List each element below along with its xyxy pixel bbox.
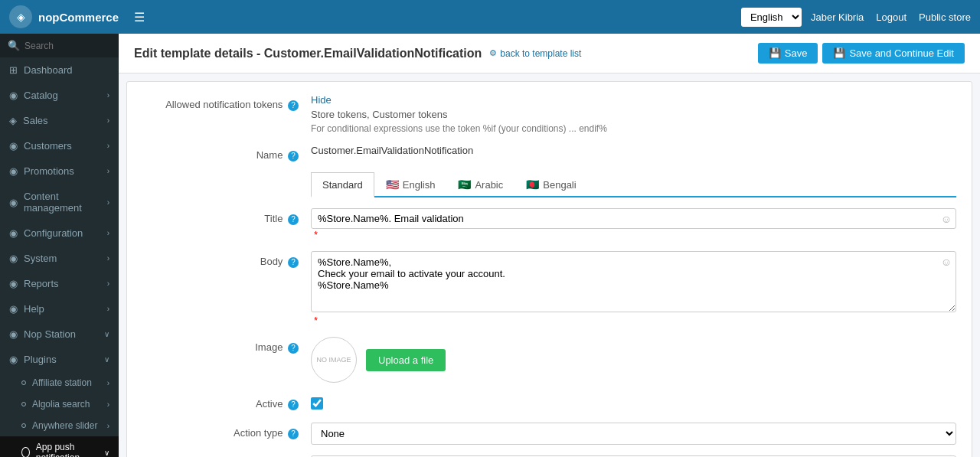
action-buttons: 💾 Save 💾 Save and Continue Edit <box>758 43 965 64</box>
sidebar-item-content-management[interactable]: ◉ Content management › <box>0 184 119 220</box>
allowed-tokens-label: Allowed notification tokens ? <box>142 94 311 111</box>
circle-icon <box>21 447 30 457</box>
image-upload-area: NO IMAGE Upload a file <box>311 337 956 383</box>
language-select[interactable]: English <box>741 8 802 27</box>
sidebar-sub-item-label: App push notification <box>36 442 98 457</box>
smiley-icon[interactable]: ☺ <box>941 256 952 268</box>
sidebar-item-algolia-search[interactable]: Algolia search › <box>0 393 119 415</box>
sidebar-item-label: Reports <box>24 278 59 289</box>
promotions-icon: ◉ <box>9 165 18 177</box>
image-help-icon[interactable]: ? <box>288 343 299 354</box>
save-continue-icon: 💾 <box>833 47 845 59</box>
sidebar-item-app-push-notification[interactable]: App push notification ∨ <box>0 436 119 457</box>
name-help-icon[interactable]: ? <box>288 151 299 162</box>
sidebar-item-reports[interactable]: ◉ Reports › <box>0 271 119 296</box>
customers-icon: ◉ <box>9 140 18 152</box>
active-help-icon[interactable]: ? <box>288 400 299 410</box>
save-button[interactable]: 💾 Save <box>758 43 818 64</box>
search-input[interactable] <box>24 41 119 51</box>
sidebar-item-system[interactable]: ◉ System › <box>0 246 119 271</box>
tab-standard[interactable]: Standard <box>311 172 374 197</box>
sidebar-search[interactable]: 🔍 <box>0 34 119 57</box>
page-header: Edit template details - Customer.EmailVa… <box>119 34 980 73</box>
tab-english[interactable]: 🇺🇸 English <box>374 172 447 196</box>
title-help-icon[interactable]: ? <box>288 214 299 225</box>
sidebar-item-catalog[interactable]: ◉ Catalog › <box>0 83 119 108</box>
sidebar: 🔍 ⊞ Dashboard ◉ Catalog › ◈ Sales › <box>0 34 119 457</box>
action-type-select-area: None Open URL Open page <box>311 423 956 445</box>
sales-icon: ◈ <box>9 115 17 126</box>
sidebar-item-label: Customers <box>24 140 72 152</box>
sidebar-item-help[interactable]: ◉ Help › <box>0 296 119 322</box>
chevron-down-icon: ∨ <box>104 449 109 457</box>
body-help-icon[interactable]: ? <box>288 257 299 268</box>
sidebar-item-promotions[interactable]: ◉ Promotions › <box>0 158 119 184</box>
chevron-down-icon: ∨ <box>104 330 109 338</box>
body-row: Body ? %Store.Name%, Check your email to… <box>142 251 956 326</box>
back-to-template-list-link[interactable]: back to template list <box>489 48 581 59</box>
chevron-right-icon: › <box>107 116 109 125</box>
body-label: Body ? <box>142 251 311 268</box>
title-input-area: ☺ * <box>311 208 956 240</box>
public-store-link[interactable]: Public store <box>919 11 971 23</box>
chevron-right-icon: › <box>107 400 109 409</box>
sidebar-item-nop-station[interactable]: ◉ Nop Station ∨ <box>0 322 119 347</box>
sidebar-item-label: Dashboard <box>24 64 73 76</box>
sidebar-item-label: Promotions <box>24 165 74 177</box>
sidebar-item-label: Content management <box>24 191 107 214</box>
sidebar-item-customers[interactable]: ◉ Customers › <box>0 133 119 158</box>
config-icon: ◉ <box>9 227 18 239</box>
body-input-area: %Store.Name%, Check your email to activa… <box>311 251 956 326</box>
reports-icon: ◉ <box>9 278 18 289</box>
sidebar-item-plugins[interactable]: ◉ Plugins ∨ <box>0 347 119 372</box>
action-type-help-icon[interactable]: ? <box>288 429 299 439</box>
sidebar-item-affiliate-station[interactable]: Affiliate station › <box>0 372 119 393</box>
active-checkbox[interactable] <box>311 397 323 410</box>
help-icon: ◉ <box>9 303 18 315</box>
title-input[interactable] <box>311 208 956 229</box>
tab-bengali[interactable]: 🇧🇩 Bengali <box>514 172 587 196</box>
tab-arabic[interactable]: 🇸🇦 Arabic <box>446 172 514 196</box>
image-area: NO IMAGE Upload a file <box>311 337 956 383</box>
logo-text: nopCommerce <box>38 11 119 24</box>
save-icon: 💾 <box>769 47 781 59</box>
nav-links: Jaber Kibria Logout Public store <box>811 11 971 23</box>
top-navbar: ◈ nopCommerce ☰ English Jaber Kibria Log… <box>0 0 980 34</box>
body-textarea[interactable]: %Store.Name%, Check your email to activa… <box>311 251 956 312</box>
sidebar-item-label: Catalog <box>24 90 58 101</box>
sidebar-item-label: Plugins <box>24 354 57 365</box>
allowed-tokens-row: Allowed notification tokens ? Hide Store… <box>142 94 956 134</box>
sidebar-sub-item-label: Affiliate station <box>32 377 92 388</box>
chevron-right-icon: › <box>107 142 109 150</box>
title-row: Title ? ☺ * <box>142 208 956 240</box>
dashboard-icon: ⊞ <box>9 64 18 76</box>
hamburger-icon[interactable]: ☰ <box>134 10 145 24</box>
sidebar-item-configuration[interactable]: ◉ Configuration › <box>0 220 119 246</box>
action-type-row: Action type ? None Open URL Open page <box>142 423 956 445</box>
upload-file-button[interactable]: Upload a file <box>366 349 446 371</box>
smiley-icon[interactable]: ☺ <box>941 213 952 225</box>
dot-icon <box>21 380 26 385</box>
tabs-row: Standard 🇺🇸 English 🇸🇦 Arabic 🇧🇩 <box>142 172 956 197</box>
nop-station-icon: ◉ <box>9 328 18 340</box>
sidebar-item-anywhere-slider[interactable]: Anywhere slider › <box>0 415 119 436</box>
action-type-select[interactable]: None Open URL Open page <box>311 423 956 445</box>
system-icon: ◉ <box>9 253 18 264</box>
logout-link[interactable]: Logout <box>876 11 906 23</box>
hide-link[interactable]: Hide <box>311 94 956 106</box>
name-row: Name ? Customer.EmailValidationNotificat… <box>142 145 956 162</box>
active-checkbox-area <box>311 393 956 412</box>
save-continue-button[interactable]: 💾 Save and Continue Edit <box>822 43 965 64</box>
dot-icon <box>21 423 26 428</box>
sidebar-item-label: Help <box>24 303 44 315</box>
chevron-right-icon: › <box>107 198 109 207</box>
logo-area: ◈ nopCommerce <box>9 5 119 28</box>
sidebar-item-sales[interactable]: ◈ Sales › <box>0 108 119 133</box>
allowed-tokens-help-icon[interactable]: ? <box>288 100 299 111</box>
title-required-star: * <box>314 229 318 240</box>
chevron-right-icon: › <box>107 422 109 430</box>
sidebar-item-label: Configuration <box>24 227 83 239</box>
tabs-container: Standard 🇺🇸 English 🇸🇦 Arabic 🇧🇩 <box>311 172 956 197</box>
sidebar-item-dashboard[interactable]: ⊞ Dashboard <box>0 57 119 83</box>
body-textarea-wrapper: %Store.Name%, Check your email to activa… <box>311 251 956 315</box>
